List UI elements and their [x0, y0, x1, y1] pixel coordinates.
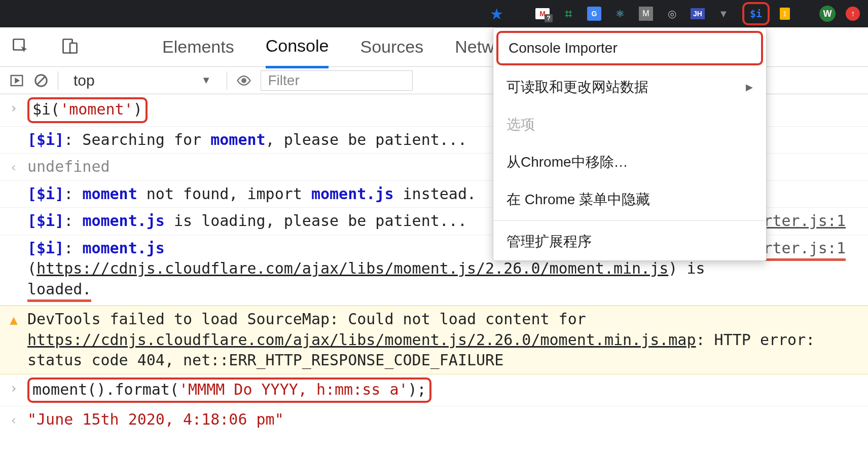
tab-elements[interactable]: Elements	[162, 27, 234, 67]
grid-ext-icon[interactable]: ⌗	[560, 5, 577, 22]
target-ext-icon[interactable]: ◎	[663, 5, 680, 22]
jh-ext-icon[interactable]: JH	[691, 8, 705, 19]
highlight-box: moment().format('MMMM Do YYYY, h:mm:ss a…	[27, 377, 431, 403]
chevron-right-icon: ▶	[746, 82, 753, 93]
prompt-icon: ›	[0, 377, 27, 397]
toolbar-separator	[227, 71, 227, 90]
update-icon[interactable]: ↑	[846, 7, 860, 21]
extension-context-menu: Console Importer 可读取和更改网站数据▶ 选项 从Chrome中…	[493, 27, 767, 261]
clear-console-icon[interactable]	[33, 73, 49, 88]
react-ext-icon[interactable]: ⚛	[611, 5, 629, 22]
gmail-ext-icon[interactable]: M?	[535, 8, 550, 19]
ext-menu-options: 选项	[493, 106, 766, 143]
ext-menu-hide[interactable]: 在 Chrome 菜单中隐藏	[493, 181, 766, 218]
return-icon: ‹	[0, 409, 27, 429]
vue-ext-icon[interactable]: ▼	[715, 5, 732, 22]
ext-menu-manage[interactable]: 管理扩展程序	[493, 223, 766, 260]
console-sidebar-toggle-icon[interactable]	[9, 73, 24, 88]
cdn-url-link[interactable]: https://cdnjs.cloudflare.com/ajax/libs/m…	[37, 259, 668, 277]
warning-icon: ▲	[0, 309, 27, 329]
device-toggle-icon[interactable]	[61, 37, 79, 57]
console-return-row: ‹ "June 15th 2020, 4:18:06 pm"	[0, 406, 868, 433]
chevron-down-icon: ▼	[201, 74, 211, 86]
filter-input[interactable]	[261, 70, 413, 91]
console-warning-row: ▲ DevTools failed to load SourceMap: Cou…	[0, 306, 868, 374]
browser-toolbar: ★ M? ⌗ G ⚛ M ◎ JH ▼ $i 1 W ↑	[0, 0, 868, 27]
prompt-icon: ›	[0, 97, 27, 117]
svg-point-6	[242, 79, 246, 83]
return-icon: ‹	[0, 157, 27, 176]
ext-menu-remove[interactable]: 从Chrome中移除…	[493, 143, 766, 181]
svg-line-5	[38, 77, 45, 84]
inspect-icon[interactable]	[11, 37, 29, 57]
toolbar-separator	[58, 71, 58, 90]
console-importer-ext-icon[interactable]: $i	[742, 2, 770, 25]
svg-rect-2	[70, 43, 77, 53]
execution-context-select[interactable]: top ▼	[67, 72, 218, 89]
m-ext-icon[interactable]: M	[639, 7, 653, 21]
live-expression-icon[interactable]	[236, 73, 251, 88]
tab-sources[interactable]: Sources	[360, 27, 423, 67]
star-icon[interactable]: ★	[488, 5, 505, 22]
tab-console[interactable]: Console	[266, 26, 329, 68]
ext-menu-site-access[interactable]: 可读取和更改网站数据▶	[493, 68, 766, 106]
google-translate-ext-icon[interactable]: G	[587, 7, 601, 21]
highlight-box: $i('moment')	[27, 97, 148, 123]
notification-badge[interactable]: 1	[780, 8, 790, 20]
menu-separator	[493, 220, 766, 221]
ext-menu-title[interactable]: Console Importer	[496, 31, 763, 65]
sourcemap-url-link[interactable]: https://cdnjs.cloudflare.com/ajax/libs/m…	[27, 331, 696, 349]
profile-avatar[interactable]: W	[819, 6, 836, 22]
console-input-row: › moment().format('MMMM Do YYYY, h:mm:ss…	[0, 374, 868, 407]
